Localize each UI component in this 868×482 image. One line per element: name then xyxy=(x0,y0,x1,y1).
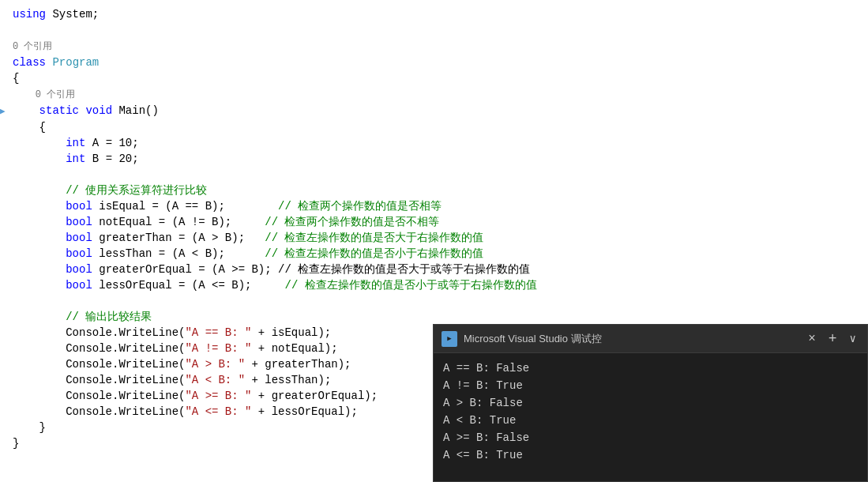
terminal-header: ▶ Microsoft Visual Studio 调试控 × + ∨ xyxy=(434,325,867,353)
terminal-add-button[interactable]: + xyxy=(825,331,840,347)
code-line: // 输出比较结果 xyxy=(0,309,868,325)
code-line: // 使用关系运算符进行比较 xyxy=(0,183,868,198)
code-line xyxy=(0,22,868,38)
code-line xyxy=(0,167,868,183)
line-text: // 使用关系运算符进行比较 xyxy=(13,183,860,198)
terminal-title: Microsoft Visual Studio 调试控 xyxy=(464,332,798,346)
line-text: // 输出比较结果 xyxy=(13,309,860,325)
terminal-output-line: A <= B: True xyxy=(443,446,858,464)
line-text: bool lessThan = (A < B); // 检查左操作数的值是否小于… xyxy=(13,246,860,262)
code-line: bool lessOrEqual = (A <= B); // 检查左操作数的值… xyxy=(0,277,868,293)
terminal-output-line: A != B: True xyxy=(443,377,858,394)
line-text: bool isEqual = (A == B); // 检查两个操作数的值是否相… xyxy=(13,198,860,214)
line-text xyxy=(13,22,860,38)
terminal-collapse-button[interactable]: ∨ xyxy=(847,332,859,345)
line-text: { xyxy=(13,70,860,86)
code-line: int B = 20; xyxy=(0,151,868,167)
terminal-output-line: A == B: False xyxy=(443,360,858,377)
code-line: bool lessThan = (A < B); // 检查左操作数的值是否小于… xyxy=(0,246,868,262)
line-text: { xyxy=(13,119,860,135)
line-text: bool lessOrEqual = (A <= B); // 检查左操作数的值… xyxy=(13,277,860,293)
line-text: int A = 10; xyxy=(13,135,860,151)
line-text: bool greaterThan = (A > B); // 检查左操作数的值是… xyxy=(13,230,860,246)
terminal-output-line: A >= B: False xyxy=(443,429,858,446)
line-text: using System; xyxy=(13,6,860,22)
terminal-panel: ▶ Microsoft Visual Studio 调试控 × + ∨ A ==… xyxy=(433,324,868,482)
code-line: using System; xyxy=(0,6,868,22)
vs-icon: ▶ xyxy=(442,331,457,347)
code-line: { xyxy=(0,70,868,86)
line-text: bool greaterOrEqual = (A >= B); // 检查左操作… xyxy=(13,262,860,277)
line-text: 0 个引用 xyxy=(13,86,860,103)
line-text: class Program xyxy=(13,55,860,70)
code-line: ▶ static void Main() xyxy=(0,103,868,119)
line-text: static void Main() xyxy=(13,103,860,119)
line-text: int B = 20; xyxy=(13,151,860,167)
terminal-output-line: A > B: False xyxy=(443,394,858,412)
line-text xyxy=(13,167,860,183)
line-arrow: ▶ xyxy=(0,104,13,119)
code-line: int A = 10; xyxy=(0,135,868,151)
code-line: bool greaterThan = (A > B); // 检查左操作数的值是… xyxy=(0,230,868,246)
code-line: bool isEqual = (A == B); // 检查两个操作数的值是否相… xyxy=(0,198,868,214)
terminal-output-line: A < B: True xyxy=(443,412,858,429)
code-line: class Program xyxy=(0,55,868,70)
terminal-body: A == B: FalseA != B: TrueA > B: FalseA <… xyxy=(434,353,867,481)
code-line xyxy=(0,293,868,309)
terminal-close-button[interactable]: × xyxy=(805,332,819,346)
code-line: bool greaterOrEqual = (A >= B); // 检查左操作… xyxy=(0,262,868,277)
code-line: 0 个引用 xyxy=(0,86,868,103)
line-text: 0 个引用 xyxy=(13,38,860,55)
line-text xyxy=(13,293,860,309)
code-line: { xyxy=(0,119,868,135)
code-line: 0 个引用 xyxy=(0,38,868,55)
line-text: bool notEqual = (A != B); // 检查两个操作数的值是否… xyxy=(13,214,860,230)
code-line: bool notEqual = (A != B); // 检查两个操作数的值是否… xyxy=(0,214,868,230)
